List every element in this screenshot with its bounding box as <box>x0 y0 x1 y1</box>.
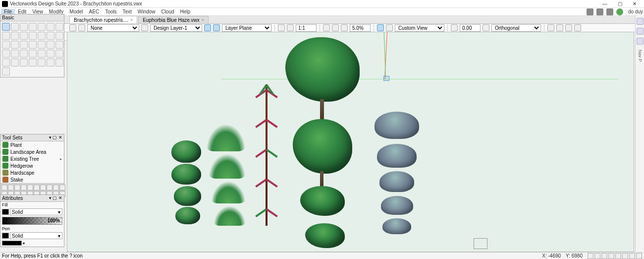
snap-icon[interactable] <box>608 253 614 259</box>
line-weight-arrow[interactable]: ▾ <box>23 241 25 246</box>
toolset-icon[interactable] <box>34 185 40 191</box>
zoom-in-button[interactable] <box>332 24 339 31</box>
toolset-item[interactable]: Hedgerow <box>0 162 64 169</box>
layer-dropdown[interactable]: Design Layer-1 <box>150 24 202 32</box>
home-icon[interactable] <box>587 8 593 15</box>
locus-tool[interactable] <box>29 41 37 49</box>
plant-blue-shrub[interactable] <box>375 112 419 139</box>
fillet-tool[interactable] <box>2 50 10 58</box>
snap-icon[interactable] <box>594 253 600 259</box>
visibility-tool[interactable] <box>38 59 46 66</box>
plant-shrub[interactable] <box>171 140 201 163</box>
palette-controls[interactable]: ▾ ▢ ✕ <box>49 135 62 140</box>
tab-close-icon[interactable]: × <box>130 17 133 22</box>
mirror-tool[interactable] <box>2 59 10 66</box>
trim-tool[interactable] <box>20 50 28 58</box>
plane-dropdown[interactable]: Layer Plane <box>222 24 271 32</box>
pen-color-swatch[interactable] <box>2 233 9 239</box>
render-mode-button[interactable] <box>547 24 554 31</box>
zoom-out-button[interactable] <box>323 24 330 31</box>
right-panel-stub[interactable] <box>637 38 644 45</box>
saved-view-button-2[interactable] <box>287 24 294 31</box>
regular-polygon-tool[interactable] <box>38 41 46 49</box>
toolset-item[interactable]: Plant <box>0 141 64 148</box>
toolset-item[interactable]: Stake <box>0 176 64 183</box>
plane-toggle-1[interactable] <box>204 24 211 31</box>
walkthrough-tool[interactable] <box>38 23 46 31</box>
snap-icon[interactable] <box>601 253 607 259</box>
nav-back-button[interactable] <box>69 24 76 31</box>
toolset-icon[interactable] <box>27 185 33 191</box>
toolset-icon[interactable] <box>40 185 46 191</box>
clip-tool[interactable] <box>38 50 46 58</box>
palette-controls[interactable]: ▾ ▢ ✕ <box>49 195 62 201</box>
pen-mode-dropdown[interactable]: Solid▾ <box>10 232 62 239</box>
drawing-canvas[interactable] <box>67 32 634 252</box>
plant-cordyline[interactable] <box>252 82 281 226</box>
class-dropdown[interactable]: None <box>87 24 139 32</box>
zoom-tool[interactable] <box>20 23 28 31</box>
pan-tool[interactable] <box>11 23 19 31</box>
chamfer-tool[interactable] <box>11 50 19 58</box>
scale-value[interactable]: 1:1 <box>296 24 317 32</box>
toolset-icon[interactable] <box>14 185 20 191</box>
menu-aec[interactable]: AEC <box>86 9 103 14</box>
plant-tree[interactable] <box>305 223 345 248</box>
tab-close-icon[interactable]: × <box>202 17 204 22</box>
view-dropdown[interactable]: Custom View <box>395 24 444 32</box>
freehand-tool[interactable] <box>2 41 10 49</box>
menu-cloud[interactable]: Cloud <box>158 9 177 14</box>
plant-grass[interactable] <box>211 181 246 203</box>
layer-visibility-button[interactable] <box>141 24 148 31</box>
plant-grass[interactable] <box>214 206 246 226</box>
menu-model[interactable]: Model <box>66 9 86 14</box>
right-panel-strip[interactable]: Nav P <box>635 15 644 252</box>
plant-shrub[interactable] <box>171 164 201 185</box>
user-avatar-icon[interactable] <box>616 8 623 15</box>
text-tool[interactable] <box>47 23 54 31</box>
render-mode-button-3[interactable] <box>565 24 572 31</box>
zoom-value[interactable]: 5.0% <box>350 24 371 32</box>
toolset-icon[interactable] <box>47 185 53 191</box>
connect-tool[interactable] <box>47 50 54 58</box>
view-cube-button-2[interactable] <box>386 24 393 31</box>
plant-blue-shrub[interactable] <box>379 171 414 192</box>
plane-toggle-2[interactable] <box>213 24 220 31</box>
quarter-arc-tool[interactable] <box>47 41 54 49</box>
toolset-item[interactable]: Existing Tree▸ <box>0 155 64 162</box>
line-tool[interactable] <box>55 23 63 31</box>
number-stamp-tool[interactable] <box>47 59 54 66</box>
snap-icon[interactable] <box>622 253 628 259</box>
double-line-tool[interactable] <box>11 41 19 49</box>
saved-view-button[interactable] <box>278 24 285 31</box>
toolset-icon[interactable] <box>8 185 14 191</box>
polygon-tool[interactable] <box>38 32 46 40</box>
oval-tool[interactable] <box>55 32 63 40</box>
toolset-icon[interactable] <box>1 185 7 191</box>
menu-text[interactable]: Text <box>119 9 134 14</box>
offset-tool[interactable] <box>55 50 63 58</box>
rounded-rect-tool[interactable] <box>20 32 28 40</box>
callout-tool[interactable] <box>2 67 10 75</box>
symbol-insertion-tool[interactable] <box>55 59 63 66</box>
polyline-tool[interactable] <box>29 32 37 40</box>
toolsets-palette[interactable]: Tool Sets ▾ ▢ ✕ PlantLandscape AreaExist… <box>0 134 64 198</box>
rotation-button[interactable] <box>451 24 458 31</box>
rotation-value[interactable]: 0.00 <box>460 24 481 32</box>
rectangle-tool[interactable] <box>11 32 19 40</box>
fill-mode-dropdown[interactable]: Solid▾ <box>10 208 62 215</box>
attributes-palette[interactable]: Attributes ▾ ▢ ✕ Fill Solid▾ 100% Pen So… <box>0 194 64 247</box>
lock-icon[interactable] <box>606 8 613 15</box>
line-weight-preview[interactable] <box>2 241 22 246</box>
plant-tree[interactable] <box>300 186 345 216</box>
toolset-icon[interactable] <box>53 185 59 191</box>
plant-tree[interactable] <box>285 37 360 102</box>
circle-tool[interactable] <box>47 32 54 40</box>
menu-window[interactable]: Window <box>135 9 159 14</box>
plant-shrub[interactable] <box>175 207 200 224</box>
arc-tool[interactable] <box>2 32 10 40</box>
maximize-button[interactable]: ▢ <box>612 0 627 8</box>
2d-reshape-tool[interactable] <box>55 41 63 49</box>
minimize-button[interactable]: — <box>597 0 612 8</box>
render-mode-button-2[interactable] <box>556 24 563 31</box>
